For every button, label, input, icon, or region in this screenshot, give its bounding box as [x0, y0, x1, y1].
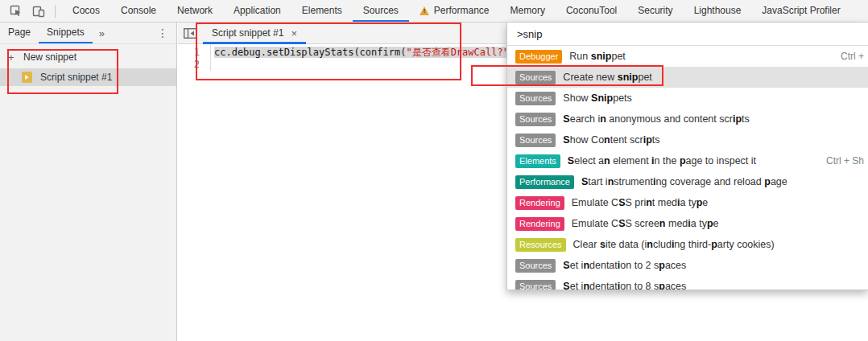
tab-label: Console	[121, 5, 156, 16]
tab-cocos[interactable]: Cocos	[62, 0, 110, 22]
tab-label: Cocos	[72, 5, 100, 16]
editor-tab-script-snippet-1[interactable]: Script snippet #1 ×	[203, 23, 306, 43]
category-badge: Debugger	[515, 50, 562, 64]
command-row[interactable]: RenderingEmulate CSS screen media type	[507, 213, 868, 234]
category-badge: Resources	[515, 238, 566, 252]
command-label: Set indentation to 8 spaces	[563, 281, 686, 290]
toolbar-divider	[55, 5, 56, 18]
code-line: cc.debug.setDisplayStats(confirm("是否查看Dr…	[214, 47, 527, 59]
line-number-gutter: 12	[178, 44, 211, 71]
category-badge: Sources	[515, 113, 556, 126]
command-label: Emulate CSS print media type	[572, 197, 709, 208]
category-badge: Sources	[515, 92, 556, 105]
tab-sources[interactable]: Sources	[353, 0, 409, 22]
category-badge: Elements	[515, 154, 560, 168]
overflow-menu-icon[interactable]: ⋮	[150, 23, 176, 43]
category-badge: Performance	[515, 175, 574, 189]
command-row[interactable]: PerformanceStart instrumenting coverage …	[507, 171, 868, 192]
category-badge: Sources	[515, 259, 556, 273]
shortcut-hint: Ctrl + Sh	[826, 155, 864, 166]
command-label: Create new snippet	[563, 72, 652, 83]
new-snippet-icon: +	[8, 51, 18, 64]
command-menu-list: DebuggerRun snippetCtrl +SourcesCreate n…	[507, 46, 868, 290]
devtools-tabs: CocosConsoleNetworkApplicationElementsSo…	[62, 0, 851, 22]
command-row[interactable]: ResourcesClear site data (including thir…	[507, 234, 868, 255]
hide-navigator-icon[interactable]	[178, 23, 203, 43]
code-lines: cc.debug.setDisplayStats(confirm("是否查看Dr…	[211, 44, 527, 71]
category-badge: Rendering	[515, 196, 564, 210]
sidebar-item-label: Script snippet #1	[40, 72, 112, 83]
command-row[interactable]: ElementsSelect an element in the page to…	[507, 150, 868, 171]
navigator-sidebar: Page Snippets » ⋮ + New snippet Script s…	[0, 23, 177, 341]
tab-label: Memory	[510, 5, 545, 16]
command-label: Emulate CSS screen media type	[572, 218, 719, 229]
command-label: Start instrumenting coverage and reload …	[581, 176, 787, 187]
command-label: Search in anonymous and content scripts	[563, 113, 749, 125]
tab-label: Network	[177, 5, 213, 16]
command-row[interactable]: SourcesSearch in anonymous and content s…	[507, 109, 868, 129]
line-number: 2	[178, 59, 210, 71]
tab-elements[interactable]: Elements	[291, 0, 353, 22]
command-label: Clear site data (including third-party c…	[573, 239, 775, 250]
warning-icon	[420, 6, 430, 15]
tab-memory[interactable]: Memory	[500, 0, 556, 22]
snippet-file-icon	[22, 72, 32, 83]
tab-application[interactable]: Application	[223, 0, 291, 22]
command-row[interactable]: SourcesSet indentation to 8 spaces	[507, 276, 868, 290]
tab-performance[interactable]: Performance	[409, 0, 500, 22]
tab-label: CoconuTool	[566, 5, 617, 16]
command-row[interactable]: SourcesCreate new snippet	[507, 67, 868, 88]
tab-javascript-profiler[interactable]: JavaScript Profiler	[751, 0, 850, 22]
tab-page[interactable]: Page	[0, 23, 39, 43]
command-menu: >snip DebuggerRun snippetCtrl +SourcesCr…	[506, 23, 868, 290]
tab-snippets[interactable]: Snippets	[39, 23, 93, 43]
command-label: Show Content scripts	[563, 134, 659, 146]
tab-label: Sources	[363, 5, 399, 16]
command-row[interactable]: RenderingEmulate CSS print media type	[507, 192, 868, 213]
category-badge: Sources	[515, 280, 556, 291]
editor-tab-label: Script snippet #1	[212, 27, 283, 39]
code-line	[214, 59, 527, 71]
tab-security[interactable]: Security	[627, 0, 683, 22]
device-toolbar-icon[interactable]	[31, 4, 45, 18]
new-snippet-button[interactable]: + New snippet	[0, 48, 176, 66]
navigator-tabstrip: Page Snippets » ⋮	[0, 23, 176, 44]
command-row[interactable]: SourcesShow Snippets	[507, 88, 868, 109]
tab-label: Security	[638, 5, 672, 16]
close-icon[interactable]: ×	[291, 28, 297, 39]
tab-console[interactable]: Console	[110, 0, 167, 22]
tab-network[interactable]: Network	[167, 0, 223, 22]
tab-lighthouse[interactable]: Lighthouse	[684, 0, 752, 22]
category-badge: Sources	[515, 134, 556, 147]
command-label: Show Snippets	[563, 92, 631, 104]
tab-label: Application	[234, 5, 281, 16]
tab-label: Performance	[434, 5, 490, 16]
category-badge: Rendering	[515, 217, 564, 231]
line-number: 1	[178, 47, 210, 59]
command-row[interactable]: DebuggerRun snippetCtrl +	[507, 46, 868, 67]
tab-label: Elements	[302, 5, 342, 16]
shortcut-hint: Ctrl +	[841, 51, 864, 62]
devtools-toolbar: CocosConsoleNetworkApplicationElementsSo…	[0, 0, 868, 23]
command-label: Select an element in the page to inspect…	[568, 155, 756, 166]
inspect-element-icon[interactable]	[9, 4, 23, 18]
command-label: Run snippet	[569, 51, 626, 62]
more-tabs-icon[interactable]: »	[93, 23, 111, 43]
command-row[interactable]: SourcesShow Content scripts	[507, 129, 868, 150]
tab-label: Lighthouse	[694, 5, 742, 16]
new-snippet-label: New snippet	[23, 51, 76, 63]
command-input[interactable]: >snip	[507, 23, 868, 46]
sidebar-item-script-snippet-1[interactable]: Script snippet #1	[0, 68, 176, 86]
tab-label: JavaScript Profiler	[762, 5, 840, 16]
command-label: Set indentation to 2 spaces	[563, 260, 686, 271]
tab-coconutool[interactable]: CoconuTool	[556, 0, 627, 22]
category-badge: Sources	[515, 71, 556, 84]
command-row[interactable]: SourcesSet indentation to 2 spaces	[507, 255, 868, 276]
